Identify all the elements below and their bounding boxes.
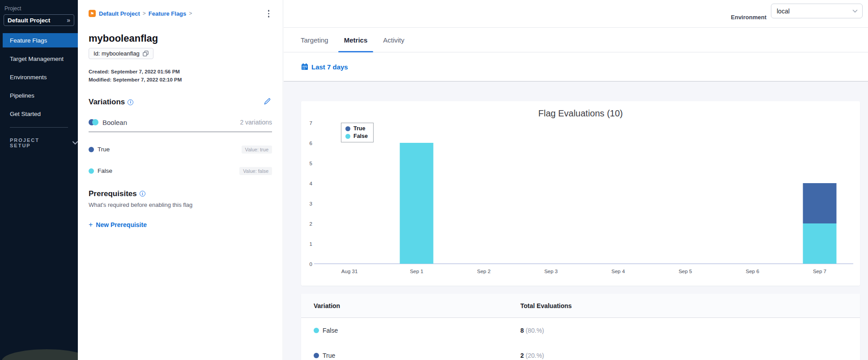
chevron-down-icon bbox=[72, 141, 78, 145]
main-header: Environment local bbox=[284, 0, 868, 28]
date-range-label: Last 7 days bbox=[311, 63, 348, 71]
variation-name: False bbox=[98, 167, 112, 174]
x-axis-label: Sep 1 bbox=[383, 269, 450, 274]
chart-slot-aug-31: Aug 31 bbox=[316, 123, 383, 264]
table-row-false: False8(80.%) bbox=[301, 318, 860, 343]
filter-row: Last 7 days bbox=[284, 52, 868, 81]
table-total-value: 8 bbox=[520, 327, 524, 334]
tab-metrics[interactable]: Metrics bbox=[338, 28, 374, 52]
table-percent-value: (80.%) bbox=[526, 327, 544, 334]
sidebar-item-get-started[interactable]: Get Started bbox=[3, 107, 78, 121]
table-percent-value: (20.%) bbox=[526, 352, 544, 359]
chevron-down-icon bbox=[852, 9, 858, 13]
chart-slot-sep-1: Sep 1 bbox=[383, 123, 450, 264]
table-header-row: Variation Total Evaluations bbox=[301, 294, 860, 318]
flag-created: Created: September 7, 2022 01:56 PM bbox=[89, 69, 272, 74]
stacked-bar[interactable] bbox=[803, 183, 836, 264]
variations-title: Variations bbox=[89, 98, 125, 107]
metrics-content: Flag Evaluations (10) TrueFalse 01234567… bbox=[284, 81, 868, 360]
variation-name: True bbox=[98, 146, 110, 153]
variations-header: Variations i bbox=[89, 97, 272, 108]
info-icon[interactable]: i bbox=[140, 191, 145, 197]
stacked-bar[interactable] bbox=[400, 143, 434, 264]
flag-id-chip[interactable]: Id: mybooleanflag bbox=[89, 48, 153, 59]
sidebar-item-target-management[interactable]: Target Management bbox=[3, 51, 78, 66]
flag-title: mybooleanflag bbox=[89, 33, 272, 44]
tab-activity[interactable]: Activity bbox=[377, 28, 410, 52]
bar-segment-true[interactable] bbox=[803, 183, 836, 223]
bar-segment-false[interactable] bbox=[803, 223, 836, 264]
kebab-menu-button[interactable] bbox=[265, 8, 272, 19]
variation-count: 2 variations bbox=[240, 119, 272, 126]
breadcrumb-section-link[interactable]: Feature Flags bbox=[149, 10, 187, 17]
new-prerequisite-button[interactable]: + New Prerequisite bbox=[89, 221, 147, 229]
flag-modified: Modified: September 7, 2022 02:10 PM bbox=[89, 77, 272, 82]
variation-color-dot bbox=[314, 328, 319, 333]
chart-plot-area: TrueFalse 01234567Aug 31Sep 1Sep 2Sep 3S… bbox=[316, 123, 853, 264]
plus-icon: + bbox=[89, 221, 93, 229]
info-icon[interactable]: i bbox=[128, 99, 133, 105]
x-axis-label: Sep 5 bbox=[652, 269, 719, 274]
copy-icon[interactable] bbox=[143, 51, 149, 56]
x-axis-label: Aug 31 bbox=[316, 269, 383, 274]
variation-color-dot bbox=[89, 147, 94, 152]
helper-mascot[interactable] bbox=[2, 349, 78, 360]
table-total-value: 2 bbox=[520, 352, 524, 359]
y-axis-tick: 0 bbox=[302, 261, 312, 267]
column-header-variation: Variation bbox=[314, 302, 340, 309]
y-axis-tick: 3 bbox=[302, 201, 312, 206]
sidebar-item-feature-flags[interactable]: Feature Flags bbox=[3, 33, 78, 47]
x-axis-label: Sep 3 bbox=[517, 269, 584, 274]
x-axis-label: Sep 6 bbox=[719, 269, 786, 274]
y-axis-tick: 7 bbox=[302, 120, 312, 126]
sidebar: Project Default Project » Feature FlagsT… bbox=[0, 0, 78, 360]
variation-color-dot bbox=[89, 168, 94, 174]
new-prerequisite-label: New Prerequisite bbox=[96, 221, 147, 228]
sidebar-divider bbox=[10, 127, 68, 128]
table-body: False8(80.%)True2(20.%) bbox=[301, 318, 860, 360]
sidebar-nav: Feature FlagsTarget ManagementEnvironmen… bbox=[0, 33, 78, 121]
breadcrumb-project-link[interactable]: Default Project bbox=[99, 10, 140, 17]
sidebar-item-pipelines[interactable]: Pipelines bbox=[3, 88, 78, 103]
table-variation-name: True bbox=[323, 352, 335, 359]
variation-type-label: Boolean bbox=[102, 119, 127, 126]
edit-variations-button[interactable] bbox=[263, 97, 272, 108]
variation-list: TrueValue: trueFalseValue: false bbox=[89, 146, 272, 175]
chart-slot-sep-5: Sep 5 bbox=[652, 123, 719, 264]
y-axis-tick: 1 bbox=[302, 241, 312, 247]
date-range-filter[interactable]: Last 7 days bbox=[301, 63, 348, 71]
tab-targeting[interactable]: Targeting bbox=[295, 28, 334, 52]
y-axis-tick: 5 bbox=[302, 161, 312, 166]
evaluations-table: Variation Total Evaluations False8(80.%)… bbox=[301, 294, 860, 360]
sidebar-section-project-setup[interactable]: PROJECT SETUP bbox=[10, 137, 78, 148]
y-axis-tick: 4 bbox=[302, 181, 312, 186]
chart-slot-sep-2: Sep 2 bbox=[450, 123, 517, 264]
project-selector[interactable]: Default Project » bbox=[4, 14, 74, 26]
project-setup-label: PROJECT SETUP bbox=[10, 137, 61, 148]
table-variation-name: False bbox=[323, 327, 338, 334]
boolean-type-icon bbox=[89, 119, 98, 125]
y-axis-tick: 2 bbox=[302, 221, 312, 227]
prerequisites-description: What's required before enabling this fla… bbox=[89, 201, 272, 208]
column-header-total-evaluations: Total Evaluations bbox=[520, 302, 572, 309]
flag-detail-panel: ⚑ Default Project > Feature Flags > mybo… bbox=[78, 0, 283, 360]
tabs: TargetingMetricsActivity bbox=[284, 28, 868, 52]
flag-id-text: Id: mybooleanflag bbox=[94, 50, 140, 57]
main-panel: Environment local TargetingMetricsActivi… bbox=[284, 0, 868, 360]
project-label: Project bbox=[4, 5, 78, 12]
prerequisites-header: Prerequisites i bbox=[89, 189, 272, 198]
sidebar-item-environments[interactable]: Environments bbox=[3, 70, 78, 84]
environment-select[interactable]: local bbox=[771, 4, 863, 18]
chart-slot-sep-7: Sep 7 bbox=[786, 123, 853, 264]
chart-title: Flag Evaluations (10) bbox=[301, 101, 860, 119]
flag-icon: ⚑ bbox=[89, 10, 96, 17]
table-row-true: True2(20.%) bbox=[301, 343, 860, 360]
chart-slot-sep-4: Sep 4 bbox=[585, 123, 652, 264]
bar-segment-false[interactable] bbox=[400, 143, 434, 264]
environment-label: Environment bbox=[731, 14, 766, 21]
x-axis-label: Sep 4 bbox=[585, 269, 652, 274]
project-selector-value: Default Project bbox=[8, 17, 50, 24]
environment-selected-value: local bbox=[777, 8, 790, 15]
flag-evaluations-chart: Flag Evaluations (10) TrueFalse 01234567… bbox=[301, 101, 860, 286]
chart-slot-sep-3: Sep 3 bbox=[517, 123, 584, 264]
